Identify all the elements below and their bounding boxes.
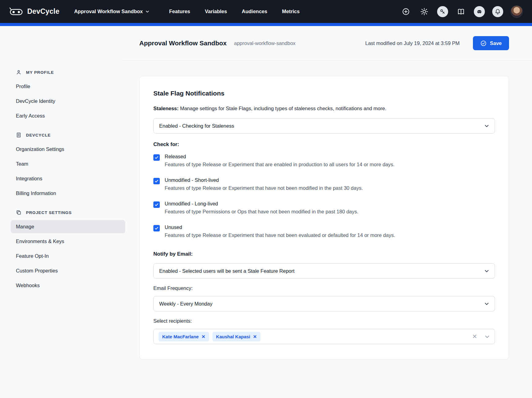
check-label: Unused bbox=[165, 224, 395, 230]
sidebar-item-profile[interactable]: Profile bbox=[11, 80, 125, 93]
accent-bar bbox=[0, 23, 532, 26]
unmodified-long-lived-checkbox[interactable] bbox=[153, 201, 160, 208]
devcycle-logo-icon bbox=[9, 7, 23, 16]
recipient-chip: Kaushal Kapasi ✕ bbox=[212, 332, 260, 341]
page-header: Approval Workflow Sandbox approval-workf… bbox=[122, 26, 532, 61]
nav-item-variables[interactable]: Variables bbox=[205, 9, 227, 14]
sidebar-item-integrations[interactable]: Integrations bbox=[11, 172, 125, 185]
check-label: Unmodified - Long-lived bbox=[165, 201, 358, 207]
sidebar-item-custom-properties[interactable]: Custom Properties bbox=[11, 264, 125, 277]
chevron-down-icon bbox=[484, 123, 489, 128]
sidebar-heading-my-profile: MY PROFILE bbox=[11, 68, 122, 76]
check-description: Features of type Release or Experiment t… bbox=[165, 185, 363, 191]
card-title: Stale Flag Notifications bbox=[153, 90, 495, 97]
sidebar-item-manage[interactable]: Manage bbox=[11, 220, 125, 233]
check-description: Features of type Permissions or Ops that… bbox=[165, 209, 358, 215]
last-modified-text: Last modified on July 19, 2024 at 3:59 P… bbox=[365, 40, 459, 46]
page-title: Approval Workflow Sandbox bbox=[139, 39, 227, 47]
sidebar-heading-label: MY PROFILE bbox=[26, 70, 54, 75]
recipient-chip: Kate MacFarlane ✕ bbox=[159, 332, 209, 341]
email-frequency-select[interactable]: Weekly - Every Monday bbox=[153, 296, 495, 311]
navbar-actions bbox=[400, 6, 523, 18]
sidebar-heading-label: PROJECT SETTINGS bbox=[26, 210, 72, 215]
notify-by-email-select[interactable]: Enabled - Selected users will be sent a … bbox=[153, 263, 495, 279]
remove-recipient-icon[interactable]: ✕ bbox=[253, 334, 257, 339]
check-row-unmodified-short-lived: Unmodified - Short-lived Features of typ… bbox=[153, 177, 495, 191]
brand-name: DevCycle bbox=[27, 7, 59, 16]
released-checkbox[interactable] bbox=[153, 154, 160, 161]
sidebar-item-feature-opt-in[interactable]: Feature Opt-In bbox=[11, 250, 125, 263]
project-selector-label: Approval Workflow Sandbox bbox=[74, 9, 143, 14]
chevron-down-icon bbox=[484, 268, 489, 273]
sidebar-section-devcycle: DEVCYCLE Organization Settings Team Inte… bbox=[11, 131, 122, 200]
check-row-released: Released Features of type Release or Exp… bbox=[153, 154, 495, 167]
chevron-down-icon bbox=[145, 9, 149, 13]
sidebar-section-my-profile: MY PROFILE Profile DevCycle Identity Ear… bbox=[11, 68, 122, 122]
check-row-unused: Unused Features of type Release or Exper… bbox=[153, 224, 495, 238]
building-icon bbox=[16, 132, 21, 138]
staleness-label: Staleness: bbox=[153, 106, 179, 111]
page-slug: approval-workflow-sandbox bbox=[234, 40, 295, 46]
check-label: Unmodified - Short-lived bbox=[165, 177, 363, 183]
staleness-select[interactable]: Enabled - Checking for Staleness bbox=[153, 118, 495, 133]
sidebar-item-team[interactable]: Team bbox=[11, 157, 125, 171]
sidebar-heading-project-settings: PROJECT SETTINGS bbox=[11, 208, 122, 216]
check-for-label: Check for: bbox=[153, 141, 495, 148]
stale-flag-notifications-card: Stale Flag Notifications Staleness: Mana… bbox=[139, 76, 509, 360]
person-icon bbox=[16, 69, 21, 75]
save-button[interactable]: Save bbox=[473, 36, 509, 50]
staleness-description-line: Staleness: Manage settings for Stale Fla… bbox=[153, 106, 495, 111]
sidebar-item-organization-settings[interactable]: Organization Settings bbox=[11, 143, 125, 156]
notify-by-email-label: Notify by Email: bbox=[153, 251, 495, 257]
discord-icon[interactable] bbox=[474, 6, 485, 17]
book-icon[interactable] bbox=[455, 6, 466, 17]
bell-icon[interactable] bbox=[492, 6, 503, 17]
nav-item-audiences[interactable]: Audiences bbox=[242, 9, 267, 14]
chevron-down-icon[interactable] bbox=[485, 334, 490, 339]
sidebar-heading-label: DEVCYCLE bbox=[26, 133, 51, 137]
sidebar-section-project-settings: PROJECT SETTINGS Manage Environments & K… bbox=[11, 208, 122, 292]
recipient-name: Kate MacFarlane bbox=[162, 334, 199, 339]
save-button-label: Save bbox=[490, 40, 502, 46]
sidebar-item-early-access[interactable]: Early Access bbox=[11, 109, 125, 122]
clear-recipients-icon[interactable]: ✕ bbox=[472, 333, 477, 340]
sidebar-item-environments-keys[interactable]: Environments & Keys bbox=[11, 235, 125, 248]
settings-sidebar: MY PROFILE Profile DevCycle Identity Ear… bbox=[0, 26, 122, 398]
unmodified-short-lived-checkbox[interactable] bbox=[153, 178, 160, 184]
notify-select-value: Enabled - Selected users will be sent a … bbox=[159, 268, 294, 274]
unused-checkbox[interactable] bbox=[153, 225, 160, 231]
nav-item-features[interactable]: Features bbox=[169, 9, 190, 14]
main-nav: Features Variables Audiences Metrics bbox=[169, 9, 300, 14]
recipients-select-controls: ✕ bbox=[472, 333, 490, 340]
key-icon[interactable] bbox=[437, 6, 448, 17]
select-recipients-label: Select recipients: bbox=[153, 318, 495, 324]
top-navbar: DevCycle Approval Workflow Sandbox Featu… bbox=[0, 0, 532, 23]
project-selector[interactable]: Approval Workflow Sandbox bbox=[74, 9, 149, 14]
sidebar-item-devcycle-identity[interactable]: DevCycle Identity bbox=[11, 95, 125, 108]
pages-icon bbox=[16, 210, 21, 215]
avatar[interactable] bbox=[511, 6, 523, 18]
recipients-select[interactable]: Kate MacFarlane ✕ Kaushal Kapasi ✕ ✕ bbox=[153, 329, 495, 344]
check-description: Features of type Release or Experiment t… bbox=[165, 232, 395, 238]
check-label: Released bbox=[165, 154, 395, 160]
staleness-select-value: Enabled - Checking for Staleness bbox=[159, 123, 234, 129]
remove-recipient-icon[interactable]: ✕ bbox=[201, 334, 205, 339]
email-frequency-label: Email Frequency: bbox=[153, 285, 495, 291]
sidebar-item-billing-information[interactable]: Billing Information bbox=[11, 187, 125, 200]
brand[interactable]: DevCycle bbox=[9, 7, 59, 16]
check-circle-icon bbox=[480, 40, 487, 47]
check-row-unmodified-long-lived: Unmodified - Long-lived Features of type… bbox=[153, 201, 495, 215]
sidebar-item-webhooks[interactable]: Webhooks bbox=[11, 279, 125, 292]
check-description: Features of type Release or Experiment t… bbox=[165, 162, 395, 167]
chevron-down-icon bbox=[484, 301, 489, 306]
frequency-select-value: Weekly - Every Monday bbox=[159, 301, 212, 307]
gear-icon[interactable] bbox=[419, 6, 430, 17]
nav-item-metrics[interactable]: Metrics bbox=[282, 9, 300, 14]
sidebar-heading-devcycle: DEVCYCLE bbox=[11, 131, 122, 139]
plus-circle-icon[interactable] bbox=[400, 6, 411, 17]
recipient-name: Kaushal Kapasi bbox=[216, 334, 250, 339]
staleness-description: Manage settings for Stale Flags, includi… bbox=[180, 106, 386, 111]
